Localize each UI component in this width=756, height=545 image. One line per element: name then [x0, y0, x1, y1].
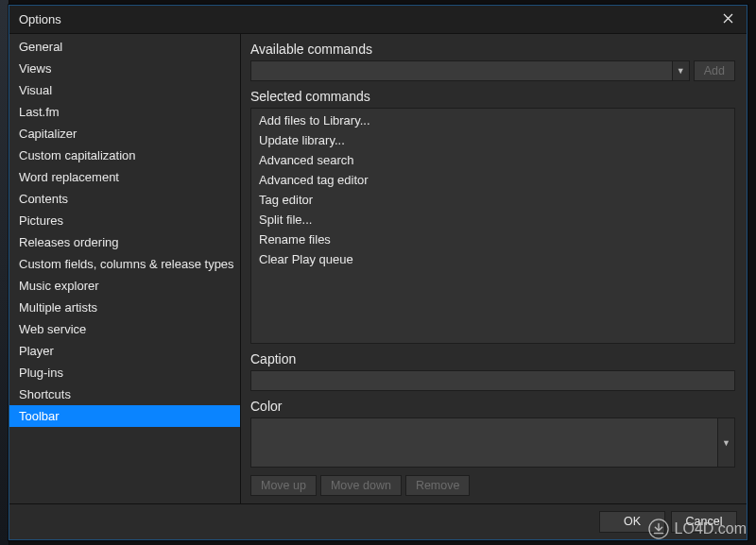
list-item[interactable]: Advanced tag editor	[251, 170, 734, 190]
sidebar-item[interactable]: Visual	[9, 79, 240, 101]
close-button[interactable]	[709, 6, 747, 34]
list-item[interactable]: Update library...	[251, 130, 734, 150]
sidebar-item[interactable]: Word replacement	[9, 166, 240, 188]
sidebar-item[interactable]: Custom capitalization	[9, 145, 240, 166]
list-item[interactable]: Clear Play queue	[251, 249, 734, 269]
caption-label: Caption	[250, 351, 735, 366]
list-item[interactable]: Tag editor	[251, 190, 734, 210]
selected-commands-label: Selected commands	[250, 89, 735, 104]
sidebar-item[interactable]: Releases ordering	[9, 231, 240, 253]
sidebar-item[interactable]: Plug-ins	[9, 362, 240, 383]
list-item[interactable]: Split file...	[251, 210, 734, 230]
sidebar-item[interactable]: General	[9, 36, 240, 58]
available-commands-combo[interactable]: ▼	[250, 60, 690, 81]
dialog-footer: OK Cancel	[9, 503, 747, 539]
list-item[interactable]: Advanced search	[251, 150, 734, 170]
options-dialog: Options GeneralViewsVisualLast.fmCapital…	[9, 5, 747, 540]
options-sidebar: GeneralViewsVisualLast.fmCapitalizerCust…	[9, 34, 241, 503]
add-command-button[interactable]: Add	[694, 60, 735, 81]
move-down-button[interactable]: Move down	[320, 475, 402, 496]
chevron-down-icon: ▼	[672, 61, 689, 80]
close-icon	[723, 12, 733, 26]
remove-button[interactable]: Remove	[405, 475, 471, 496]
sidebar-item[interactable]: Music explorer	[9, 275, 240, 297]
sidebar-item[interactable]: Multiple artists	[9, 297, 240, 318]
sidebar-item[interactable]: Views	[9, 58, 240, 79]
dialog-body: GeneralViewsVisualLast.fmCapitalizerCust…	[9, 34, 747, 503]
sidebar-item[interactable]: Capitalizer	[9, 123, 240, 145]
titlebar: Options	[9, 6, 747, 34]
sidebar-item[interactable]: Web service	[9, 318, 240, 340]
color-label: Color	[250, 399, 735, 414]
selected-commands-list[interactable]: Add files to Library...Update library...…	[250, 108, 735, 344]
available-commands-label: Available commands	[250, 42, 735, 57]
list-item[interactable]: Rename files	[251, 230, 734, 249]
sidebar-item[interactable]: Player	[9, 340, 240, 362]
ok-button[interactable]: OK	[599, 511, 665, 533]
move-up-button[interactable]: Move up	[250, 475, 317, 496]
dialog-title: Options	[19, 12, 61, 26]
list-item[interactable]: Add files to Library...	[251, 111, 734, 130]
caption-input[interactable]	[250, 370, 735, 391]
toolbar-options-panel: Available commands ▼ Add Selected comman…	[241, 34, 747, 503]
color-combo[interactable]: ▼	[250, 417, 735, 468]
sidebar-item[interactable]: Contents	[9, 188, 240, 210]
sidebar-item[interactable]: Pictures	[9, 210, 240, 231]
sidebar-item[interactable]: Last.fm	[9, 101, 240, 123]
chevron-down-icon: ▼	[717, 418, 734, 467]
reorder-button-row: Move up Move down Remove	[250, 475, 735, 496]
sidebar-item[interactable]: Shortcuts	[9, 383, 240, 405]
available-commands-row: ▼ Add	[250, 60, 735, 81]
sidebar-item[interactable]: Toolbar	[9, 405, 240, 427]
sidebar-item[interactable]: Custom fields, columns & release types	[9, 253, 240, 275]
cancel-button[interactable]: Cancel	[671, 511, 737, 533]
